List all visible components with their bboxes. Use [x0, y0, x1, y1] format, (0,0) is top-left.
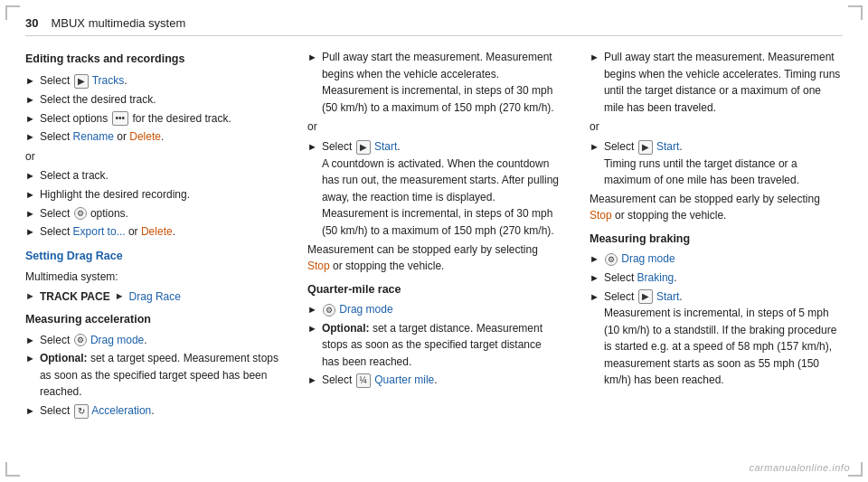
column-2: ► Pull away start the measurement. Measu…	[295, 49, 577, 421]
page-container: 30 MBUX multimedia system Editing tracks…	[0, 0, 868, 482]
or-line-col3: or	[590, 118, 843, 136]
bullet-text: Select ↻ Acceleration.	[40, 402, 278, 420]
play-icon-3: ▶	[638, 289, 653, 304]
corner-tr	[848, 5, 863, 20]
bullet-text: Select ⚙ Drag mode.	[40, 332, 278, 349]
drag-race-link[interactable]: Drag Race	[129, 288, 181, 306]
acceleration-link[interactable]: Acceleration	[91, 404, 151, 417]
delete-link[interactable]: Delete	[129, 130, 161, 143]
optional-label: Optional:	[40, 352, 88, 364]
arrow-icon: ►	[25, 403, 35, 419]
arrow-icon: ►	[590, 251, 599, 267]
setting-drag-race-section: Setting Drag Race	[25, 248, 278, 265]
bullet-text: Select the desired track.	[40, 91, 278, 109]
bullet-text: Select ⚙ options.	[40, 205, 278, 222]
bullet-text: Pull away start the measurement. Measure…	[604, 49, 843, 116]
arrow-icon: ►	[590, 289, 599, 305]
bullet-select-tracks: ► Select ▶ Tracks.	[25, 72, 278, 90]
tracks-icon: ▶	[74, 74, 89, 89]
column-3: ► Pull away start the measurement. Measu…	[577, 49, 843, 421]
bullet-gear-options: ► Select ⚙ options.	[25, 205, 278, 222]
dots-icon: •••	[112, 111, 129, 126]
arrow-icon: ►	[307, 373, 317, 388]
header-title: MBUX multimedia system	[51, 16, 185, 30]
quarter-mile-title: Quarter-mile race	[307, 281, 561, 298]
bullet-select-a-track: ► Select a track.	[25, 167, 278, 184]
quarter-icon: ¼	[356, 373, 371, 388]
bullet-export-delete: ► Select Export to... or Delete.	[25, 223, 278, 241]
column-1: Editing tracks and recordings ► Select ▶…	[25, 49, 295, 421]
watermark: carmanualonline.info	[749, 462, 850, 473]
tracks-link[interactable]: Tracks	[92, 74, 125, 87]
bullet-text: Select ▶ Start. Measurement is increment…	[604, 288, 843, 390]
corner-tl	[5, 5, 20, 20]
bullet-highlight-recording: ► Highlight the desired recording.	[25, 186, 278, 203]
bullet-text: Select options ••• for the desired track…	[40, 110, 278, 128]
corner-bl	[5, 462, 20, 477]
bullet-pull-away-2: ► Pull away start the measurement. Measu…	[590, 49, 843, 116]
bullet-pull-away-1: ► Pull away start the measurement. Measu…	[307, 49, 561, 116]
arrow-icon: ►	[25, 224, 35, 240]
bullet-text: Select ▶ Start. A countdown is activated…	[322, 138, 561, 240]
or-line-col2: or	[307, 118, 561, 136]
bullet-qm-optional: ► Optional: set a target distance. Measu…	[307, 320, 561, 371]
gear-icon: ⚙	[74, 207, 87, 220]
gear-circ-icon-2: ⚙	[323, 304, 335, 317]
bullet-braking-start: ► Select ▶ Start. Measurement is increme…	[590, 288, 843, 390]
bullet-text: ⚙ Drag mode	[322, 301, 561, 318]
page-number: 30	[25, 16, 38, 30]
export-link[interactable]: Export to...	[73, 225, 126, 238]
start-link-3[interactable]: Start	[656, 290, 679, 303]
track-pace-label: TRACK PACE	[40, 288, 110, 306]
bullet-text: Select a track.	[40, 167, 278, 184]
or-line-1: or	[25, 148, 278, 165]
arrow-icon: ►	[307, 321, 317, 336]
stop-link-1[interactable]: Stop	[307, 260, 330, 272]
bullet-text: Select ▶ Start. Timing runs until the ta…	[604, 138, 843, 189]
corner-br	[848, 462, 863, 477]
measuring-acceleration-title: Measuring acceleration	[25, 311, 278, 328]
stop-link-2[interactable]: Stop	[590, 209, 612, 222]
drag-mode-link-3[interactable]: Drag mode	[621, 252, 675, 265]
gear-circ-icon: ⚙	[74, 334, 87, 346]
drag-mode-link-2[interactable]: Drag mode	[339, 303, 392, 316]
setting-drag-race-link[interactable]: Setting Drag Race	[25, 250, 123, 262]
arrow-icon: ►	[25, 73, 35, 89]
arrow-icon: ►	[25, 206, 35, 222]
bullet-select-start-2: ► Select ▶ Start. Timing runs until the …	[590, 138, 843, 189]
section-editing-title: Editing tracks and recordings	[25, 51, 278, 68]
arrow-icon: ►	[307, 50, 317, 65]
accel-icon: ↻	[74, 404, 89, 419]
gear-circ-icon-3: ⚙	[605, 253, 618, 266]
bullet-text: Optional: set a target speed. Measuremen…	[40, 350, 278, 401]
bullet-text: Select Export to... or Delete.	[40, 223, 278, 241]
delete2-link[interactable]: Delete	[141, 225, 173, 238]
bullet-qm-select: ► Select ¼ Quarter mile.	[307, 372, 561, 389]
play-icon-2: ▶	[638, 140, 653, 155]
arrow-icon: ►	[590, 50, 599, 65]
bullet-text: Select ▶ Tracks.	[40, 72, 278, 90]
bullet-select-desired-track: ► Select the desired track.	[25, 91, 278, 109]
arrow-icon: ►	[25, 168, 35, 184]
header-bar: 30 MBUX multimedia system	[25, 16, 843, 36]
start-link-2[interactable]: Start	[656, 140, 679, 153]
bullet-text: Select ¼ Quarter mile.	[322, 372, 561, 389]
arrow-icon: ►	[307, 139, 317, 155]
drag-mode-link-1[interactable]: Drag mode	[90, 334, 144, 346]
track-arrow-icon: ►	[25, 288, 35, 304]
bullet-text: Optional: set a target distance. Measure…	[322, 320, 561, 371]
quarter-mile-link[interactable]: Quarter mile	[374, 373, 434, 386]
track-pace-bar: ► TRACK PACE ► Drag Race	[25, 288, 278, 306]
content-columns: Editing tracks and recordings ► Select ▶…	[25, 49, 843, 421]
bullet-select-braking: ► Select Braking.	[590, 269, 843, 287]
arrow-icon: ►	[307, 302, 317, 317]
bullet-drag-mode-1: ► Select ⚙ Drag mode.	[25, 332, 278, 349]
start-link-1[interactable]: Start	[374, 140, 397, 153]
arrow-icon: ►	[25, 333, 35, 348]
braking-link[interactable]: Braking	[637, 271, 675, 284]
stop-note-col3: Measurement can be stopped early by sele…	[590, 191, 843, 224]
multimedia-system-label: Multimedia system:	[25, 269, 278, 286]
bullet-text: Pull away start the measurement. Measure…	[322, 49, 561, 116]
arrow-icon: ►	[590, 270, 599, 286]
rename-link[interactable]: Rename	[73, 130, 114, 143]
